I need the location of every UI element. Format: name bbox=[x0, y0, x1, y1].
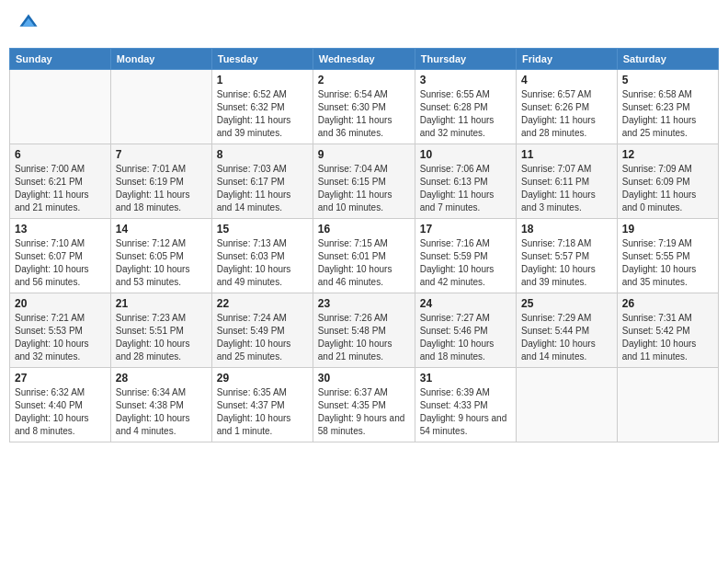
calendar-day-cell: 22Sunrise: 7:24 AMSunset: 5:49 PMDayligh… bbox=[211, 293, 313, 368]
calendar-day-cell: 21Sunrise: 7:23 AMSunset: 5:51 PMDayligh… bbox=[110, 293, 211, 368]
day-info: Sunrise: 7:12 AMSunset: 6:05 PMDaylight:… bbox=[116, 237, 207, 289]
day-number: 8 bbox=[217, 148, 308, 161]
day-number: 14 bbox=[116, 223, 207, 236]
weekday-header: Tuesday bbox=[211, 49, 313, 70]
calendar-day-cell: 25Sunrise: 7:29 AMSunset: 5:44 PMDayligh… bbox=[517, 293, 618, 368]
day-number: 12 bbox=[622, 148, 713, 161]
calendar-day-cell: 30Sunrise: 6:37 AMSunset: 4:35 PMDayligh… bbox=[313, 368, 415, 442]
day-info: Sunrise: 6:32 AMSunset: 4:40 PMDaylight:… bbox=[15, 386, 106, 438]
day-number: 28 bbox=[116, 372, 207, 385]
day-number: 7 bbox=[116, 148, 207, 161]
calendar-day-cell: 17Sunrise: 7:16 AMSunset: 5:59 PMDayligh… bbox=[415, 219, 516, 293]
weekday-header: Saturday bbox=[617, 49, 718, 70]
day-number: 10 bbox=[420, 148, 511, 161]
logo-icon bbox=[18, 13, 39, 33]
day-info: Sunrise: 7:07 AMSunset: 6:11 PMDaylight:… bbox=[521, 163, 612, 214]
day-number: 24 bbox=[420, 297, 511, 310]
calendar-week-row: 13Sunrise: 7:10 AMSunset: 6:07 PMDayligh… bbox=[10, 219, 719, 293]
calendar-day-cell bbox=[617, 368, 718, 442]
day-number: 26 bbox=[622, 297, 713, 310]
weekday-header: Thursday bbox=[415, 49, 516, 70]
calendar-week-row: 27Sunrise: 6:32 AMSunset: 4:40 PMDayligh… bbox=[10, 368, 719, 442]
day-info: Sunrise: 7:06 AMSunset: 6:13 PMDaylight:… bbox=[420, 163, 511, 214]
day-info: Sunrise: 7:23 AMSunset: 5:51 PMDaylight:… bbox=[116, 312, 207, 363]
calendar-table: SundayMondayTuesdayWednesdayThursdayFrid… bbox=[9, 48, 719, 442]
calendar-day-cell: 1Sunrise: 6:52 AMSunset: 6:32 PMDaylight… bbox=[211, 70, 313, 144]
weekday-header: Monday bbox=[110, 49, 211, 70]
logo bbox=[17, 13, 40, 37]
calendar-day-cell: 23Sunrise: 7:26 AMSunset: 5:48 PMDayligh… bbox=[313, 293, 415, 368]
day-number: 19 bbox=[622, 223, 713, 236]
day-info: Sunrise: 6:58 AMSunset: 6:23 PMDaylight:… bbox=[622, 88, 713, 140]
calendar-day-cell: 31Sunrise: 6:39 AMSunset: 4:33 PMDayligh… bbox=[415, 368, 516, 442]
calendar-day-cell: 13Sunrise: 7:10 AMSunset: 6:07 PMDayligh… bbox=[10, 219, 111, 293]
calendar-day-cell: 19Sunrise: 7:19 AMSunset: 5:55 PMDayligh… bbox=[617, 219, 718, 293]
day-number: 25 bbox=[521, 297, 612, 310]
calendar-day-cell: 27Sunrise: 6:32 AMSunset: 4:40 PMDayligh… bbox=[10, 368, 111, 442]
calendar-day-cell: 28Sunrise: 6:34 AMSunset: 4:38 PMDayligh… bbox=[110, 368, 211, 442]
day-number: 1 bbox=[217, 74, 308, 86]
day-number: 20 bbox=[15, 297, 106, 310]
calendar-day-cell: 4Sunrise: 6:57 AMSunset: 6:26 PMDaylight… bbox=[517, 70, 618, 144]
calendar-day-cell: 16Sunrise: 7:15 AMSunset: 6:01 PMDayligh… bbox=[313, 219, 415, 293]
calendar-day-cell bbox=[110, 70, 211, 144]
calendar-day-cell: 9Sunrise: 7:04 AMSunset: 6:15 PMDaylight… bbox=[313, 144, 415, 219]
calendar-header: SundayMondayTuesdayWednesdayThursdayFrid… bbox=[10, 49, 719, 70]
day-info: Sunrise: 6:37 AMSunset: 4:35 PMDaylight:… bbox=[318, 386, 410, 438]
calendar-day-cell: 2Sunrise: 6:54 AMSunset: 6:30 PMDaylight… bbox=[313, 70, 415, 144]
day-info: Sunrise: 6:57 AMSunset: 6:26 PMDaylight:… bbox=[521, 88, 612, 140]
day-number: 17 bbox=[420, 223, 511, 236]
day-number: 31 bbox=[420, 372, 511, 385]
calendar-day-cell: 5Sunrise: 6:58 AMSunset: 6:23 PMDaylight… bbox=[617, 70, 718, 144]
day-number: 16 bbox=[318, 223, 410, 236]
weekday-header: Sunday bbox=[10, 49, 111, 70]
day-number: 11 bbox=[521, 148, 612, 161]
calendar-day-cell: 6Sunrise: 7:00 AMSunset: 6:21 PMDaylight… bbox=[10, 144, 111, 219]
calendar-day-cell: 11Sunrise: 7:07 AMSunset: 6:11 PMDayligh… bbox=[517, 144, 618, 219]
day-number: 30 bbox=[318, 372, 410, 385]
day-number: 9 bbox=[318, 148, 410, 161]
day-info: Sunrise: 7:10 AMSunset: 6:07 PMDaylight:… bbox=[15, 237, 106, 289]
day-info: Sunrise: 7:29 AMSunset: 5:44 PMDaylight:… bbox=[521, 312, 612, 363]
day-info: Sunrise: 7:09 AMSunset: 6:09 PMDaylight:… bbox=[622, 163, 713, 214]
day-info: Sunrise: 6:35 AMSunset: 4:37 PMDaylight:… bbox=[217, 386, 308, 438]
day-info: Sunrise: 7:01 AMSunset: 6:19 PMDaylight:… bbox=[116, 163, 207, 214]
day-number: 21 bbox=[116, 297, 207, 310]
day-info: Sunrise: 7:31 AMSunset: 5:42 PMDaylight:… bbox=[622, 312, 713, 363]
calendar-day-cell: 26Sunrise: 7:31 AMSunset: 5:42 PMDayligh… bbox=[617, 293, 718, 368]
day-number: 23 bbox=[318, 297, 410, 310]
day-number: 18 bbox=[521, 223, 612, 236]
day-info: Sunrise: 7:26 AMSunset: 5:48 PMDaylight:… bbox=[318, 312, 410, 363]
day-info: Sunrise: 7:03 AMSunset: 6:17 PMDaylight:… bbox=[217, 163, 308, 214]
calendar-day-cell: 15Sunrise: 7:13 AMSunset: 6:03 PMDayligh… bbox=[211, 219, 313, 293]
day-info: Sunrise: 7:15 AMSunset: 6:01 PMDaylight:… bbox=[318, 237, 410, 289]
calendar-week-row: 1Sunrise: 6:52 AMSunset: 6:32 PMDaylight… bbox=[10, 70, 719, 144]
day-info: Sunrise: 6:39 AMSunset: 4:33 PMDaylight:… bbox=[420, 386, 511, 438]
day-info: Sunrise: 7:27 AMSunset: 5:46 PMDaylight:… bbox=[420, 312, 511, 363]
day-number: 27 bbox=[15, 372, 106, 385]
calendar-day-cell: 24Sunrise: 7:27 AMSunset: 5:46 PMDayligh… bbox=[415, 293, 516, 368]
weekday-header: Friday bbox=[517, 49, 618, 70]
day-info: Sunrise: 6:54 AMSunset: 6:30 PMDaylight:… bbox=[318, 88, 410, 140]
day-info: Sunrise: 7:21 AMSunset: 5:53 PMDaylight:… bbox=[15, 312, 106, 363]
calendar-day-cell: 18Sunrise: 7:18 AMSunset: 5:57 PMDayligh… bbox=[517, 219, 618, 293]
calendar-day-cell: 14Sunrise: 7:12 AMSunset: 6:05 PMDayligh… bbox=[110, 219, 211, 293]
day-number: 5 bbox=[622, 74, 713, 86]
day-info: Sunrise: 7:00 AMSunset: 6:21 PMDaylight:… bbox=[15, 163, 106, 214]
weekday-header: Wednesday bbox=[313, 49, 415, 70]
calendar-day-cell: 20Sunrise: 7:21 AMSunset: 5:53 PMDayligh… bbox=[10, 293, 111, 368]
day-info: Sunrise: 7:19 AMSunset: 5:55 PMDaylight:… bbox=[622, 237, 713, 289]
day-number: 29 bbox=[217, 372, 308, 385]
header bbox=[9, 9, 719, 40]
calendar-day-cell: 12Sunrise: 7:09 AMSunset: 6:09 PMDayligh… bbox=[617, 144, 718, 219]
day-number: 13 bbox=[15, 223, 106, 236]
day-info: Sunrise: 7:18 AMSunset: 5:57 PMDaylight:… bbox=[521, 237, 612, 289]
calendar-day-cell: 7Sunrise: 7:01 AMSunset: 6:19 PMDaylight… bbox=[110, 144, 211, 219]
day-info: Sunrise: 6:34 AMSunset: 4:38 PMDaylight:… bbox=[116, 386, 207, 438]
day-number: 4 bbox=[521, 74, 612, 86]
day-number: 3 bbox=[420, 74, 511, 86]
day-info: Sunrise: 7:04 AMSunset: 6:15 PMDaylight:… bbox=[318, 163, 410, 214]
day-number: 22 bbox=[217, 297, 308, 310]
calendar-week-row: 20Sunrise: 7:21 AMSunset: 5:53 PMDayligh… bbox=[10, 293, 719, 368]
day-info: Sunrise: 6:55 AMSunset: 6:28 PMDaylight:… bbox=[420, 88, 511, 140]
